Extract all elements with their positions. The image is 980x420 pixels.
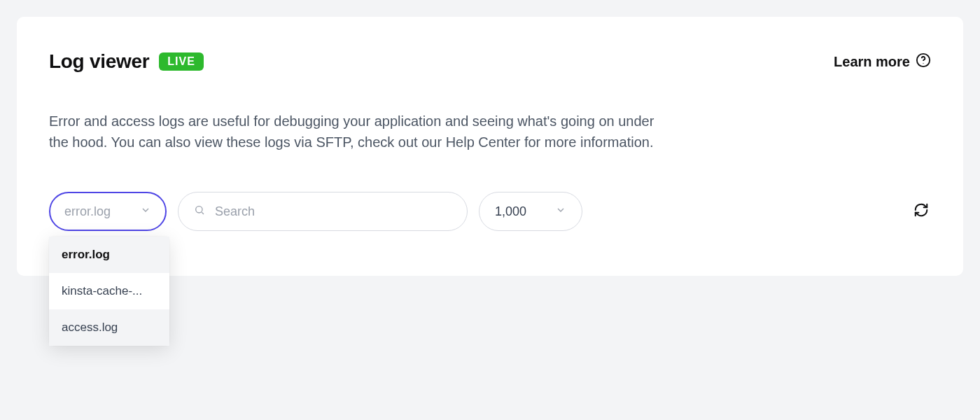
dropdown-option-access-log[interactable]: access.log access.log: [49, 309, 169, 346]
search-input[interactable]: [215, 204, 451, 219]
svg-point-2: [196, 206, 202, 212]
learn-more-label: Learn more: [834, 54, 910, 70]
learn-more-link[interactable]: Learn more: [834, 52, 931, 71]
line-count-value: 1,000: [495, 204, 526, 219]
log-file-select[interactable]: error.log: [49, 192, 167, 231]
svg-line-3: [202, 212, 204, 214]
help-icon: [916, 52, 931, 71]
description-text: Error and access logs are useful for deb…: [49, 111, 665, 153]
live-badge: LIVE: [159, 52, 204, 71]
log-file-select-value: error.log: [64, 204, 111, 219]
header-row: Log viewer LIVE Learn more: [49, 50, 931, 73]
controls-row: error.log 1,000: [49, 192, 931, 231]
dropdown-option-error-log[interactable]: error.log: [49, 237, 169, 273]
line-count-select[interactable]: 1,000: [479, 192, 582, 231]
dropdown-option-kinsta-cache[interactable]: kinsta-cache-...: [49, 273, 169, 309]
search-box[interactable]: [178, 192, 468, 231]
refresh-button[interactable]: [911, 202, 931, 221]
chevron-down-icon: [140, 204, 151, 219]
page-title: Log viewer: [49, 50, 149, 73]
title-group: Log viewer LIVE: [49, 50, 204, 73]
refresh-icon: [913, 202, 929, 220]
svg-point-1: [923, 63, 923, 64]
log-viewer-card: Log viewer LIVE Learn more Error and acc…: [17, 17, 963, 276]
chevron-down-icon: [555, 204, 566, 219]
log-file-dropdown: error.log kinsta-cache-... access.log ac…: [49, 237, 169, 346]
search-icon: [194, 204, 205, 219]
